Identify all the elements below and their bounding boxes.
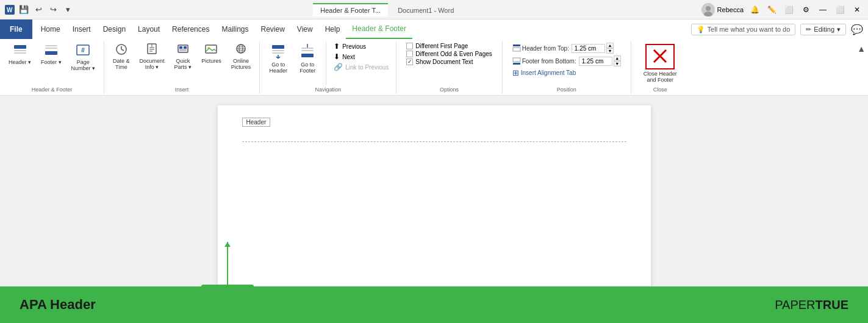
menu-home[interactable]: Home: [35, 20, 66, 39]
header-top-up[interactable]: ▲: [606, 43, 614, 48]
different-odd-even-checkbox[interactable]: [406, 51, 413, 57]
previous-icon: ⬆: [334, 42, 340, 51]
different-first-page-checkbox[interactable]: [406, 43, 413, 49]
quick-parts-button[interactable]: QuickParts ▾: [171, 41, 196, 71]
undo-button[interactable]: ↩: [33, 4, 44, 15]
group-insert: Date &Time i DocumentInfo ▾ QuickParts ▾: [104, 41, 260, 94]
different-first-page-row[interactable]: Different First Page: [406, 43, 492, 49]
insert-alignment-tab-button[interactable]: ⊞ Insert Alignment Tab: [512, 68, 621, 77]
svg-rect-22: [179, 46, 182, 49]
group-position: Header from Top: ▲ ▼: [503, 41, 631, 94]
comment-button[interactable]: 💬: [851, 24, 863, 35]
svg-rect-40: [513, 63, 520, 65]
svg-point-3: [706, 6, 711, 11]
header-label: Header ▾: [9, 59, 31, 65]
header-from-top-label: Header from Top:: [522, 45, 569, 52]
footer-bottom-down[interactable]: ▼: [614, 61, 621, 66]
group-options-items: Different First Page Different Odd & Eve…: [401, 41, 497, 85]
group-insert-items: Date &Time i DocumentInfo ▾ QuickParts ▾: [109, 41, 254, 85]
svg-text:i: i: [151, 43, 152, 48]
menu-review[interactable]: Review: [254, 20, 290, 39]
close-header-footer-label: Close Headerand Footer: [644, 71, 677, 83]
options-button[interactable]: ✏️: [766, 4, 778, 16]
different-odd-even-row[interactable]: Different Odd & Even Pages: [406, 51, 492, 57]
pictures-button[interactable]: Pictures: [198, 41, 225, 65]
close-header-footer-button[interactable]: Close Headerand Footer: [636, 41, 684, 85]
menu-layout[interactable]: Layout: [132, 20, 166, 39]
annotation-line: [227, 242, 228, 285]
document-area: Header Header: [0, 96, 868, 309]
svg-rect-35: [301, 54, 314, 57]
tab-header-footer[interactable]: Header & Footer T...: [313, 3, 388, 16]
editing-label: Editing: [814, 26, 834, 33]
minimize-button[interactable]: 🔔: [748, 4, 761, 16]
online-pictures-icon: [234, 43, 248, 57]
document-info-icon: i: [145, 43, 159, 57]
header-button[interactable]: Header ▾: [5, 41, 35, 68]
next-button[interactable]: ⬇ Next: [331, 52, 391, 62]
title-bar-tabs: Header & Footer T... Document1 - Word: [73, 3, 701, 16]
menu-insert[interactable]: Insert: [66, 20, 97, 39]
footer-bottom-spinner[interactable]: ▲ ▼: [614, 55, 621, 66]
show-document-text-checkbox[interactable]: [406, 59, 413, 65]
document-info-button[interactable]: i DocumentInfo ▾: [136, 41, 168, 71]
online-pictures-button[interactable]: OnlinePictures: [228, 41, 255, 71]
previous-button[interactable]: ⬆ Previous: [331, 41, 391, 51]
file-menu[interactable]: File: [0, 20, 32, 39]
tell-me-input[interactable]: 💡 Tell me what you want to do: [691, 24, 796, 35]
date-time-label: Date &Time: [113, 58, 130, 70]
link-to-previous-button[interactable]: 🔗 Link to Previous: [331, 62, 391, 72]
header-top-value[interactable]: [572, 44, 605, 53]
document-body: [242, 142, 626, 252]
goto-footer-button[interactable]: Go toFooter: [294, 41, 321, 76]
footer-bottom-value[interactable]: [579, 57, 612, 66]
tab-document[interactable]: Document1 - Word: [390, 3, 461, 16]
header-from-top-input[interactable]: ▲ ▼: [572, 43, 614, 54]
svg-rect-21: [178, 45, 188, 52]
footer-from-bottom-label: Footer from Bottom:: [522, 58, 576, 65]
more-button[interactable]: ▾: [62, 4, 73, 15]
window-close[interactable]: ✕: [851, 4, 863, 16]
header-top-spinner[interactable]: ▲ ▼: [606, 43, 614, 54]
footer-button[interactable]: Footer ▾: [37, 41, 65, 68]
user-name: Rebecca: [717, 6, 744, 13]
svg-rect-32: [272, 45, 284, 49]
page-number-label: PageNumber ▾: [71, 59, 96, 71]
page-number-button[interactable]: # PageNumber ▾: [68, 41, 99, 74]
date-time-icon: [115, 43, 128, 57]
svg-text:W: W: [7, 7, 13, 13]
menu-header-footer[interactable]: Header & Footer: [346, 20, 412, 39]
window-maximize[interactable]: ⬜: [834, 4, 846, 16]
show-document-text-label: Show Document Text: [415, 59, 473, 65]
next-icon: ⬇: [334, 52, 340, 61]
footer-position-icon: [512, 57, 521, 65]
footer-bottom-up[interactable]: ▲: [614, 55, 621, 61]
footer-from-bottom-input[interactable]: ▲ ▼: [579, 55, 621, 66]
svg-rect-8: [45, 45, 57, 46]
save-button[interactable]: 💾: [18, 4, 29, 15]
window-minimize[interactable]: —: [817, 4, 829, 16]
date-time-button[interactable]: Date &Time: [109, 41, 134, 71]
group-navigation: Go toHeader Go toFooter ⬆: [260, 41, 396, 94]
user-avatar: [701, 3, 715, 16]
share-button[interactable]: ⬜: [783, 4, 795, 16]
menu-view[interactable]: View: [291, 20, 319, 39]
ribbon-collapse-button[interactable]: ▲: [855, 41, 868, 56]
group-header-footer-label: Header & Footer: [32, 87, 73, 94]
footer-from-bottom-row: Footer from Bottom: ▲ ▼: [512, 55, 621, 66]
menu-help[interactable]: Help: [319, 20, 346, 39]
menu-design[interactable]: Design: [97, 20, 132, 39]
svg-rect-24: [179, 49, 187, 51]
settings-button[interactable]: ⚙: [800, 4, 812, 16]
close-x-icon: [645, 44, 675, 69]
goto-header-button[interactable]: Go toHeader: [265, 41, 292, 76]
editing-button[interactable]: ✏ Editing ▾: [800, 24, 846, 35]
show-document-text-row[interactable]: Show Document Text: [406, 59, 492, 65]
edit-icon: ✏: [806, 26, 811, 34]
menu-mailings[interactable]: Mailings: [215, 20, 254, 39]
group-items: Header ▾ Footer ▾ # PageNumber ▾: [5, 41, 99, 85]
ribbon-right: 💡 Tell me what you want to do ✏ Editing …: [691, 24, 868, 35]
menu-references[interactable]: References: [166, 20, 215, 39]
header-top-down[interactable]: ▼: [606, 48, 614, 54]
redo-button[interactable]: ↪: [48, 4, 59, 15]
